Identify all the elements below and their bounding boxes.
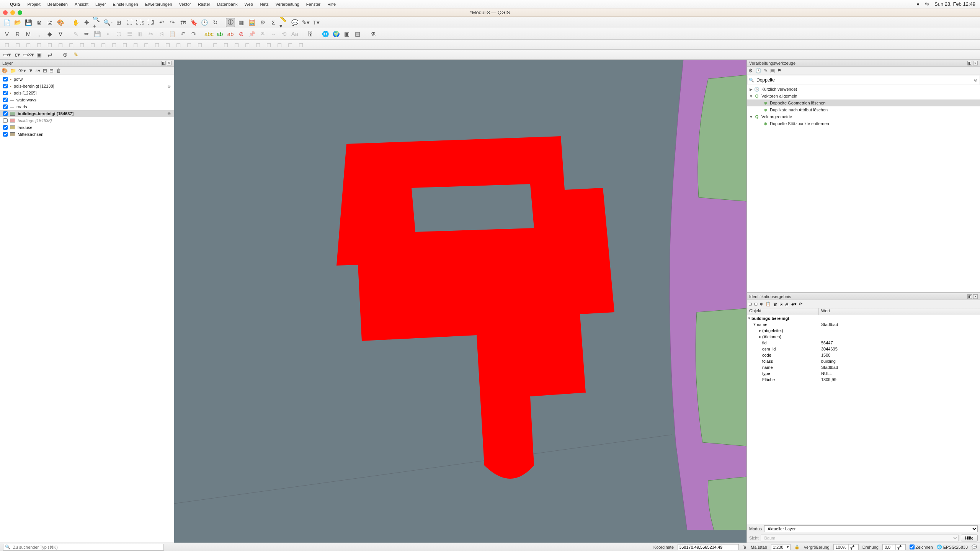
identify-undock-icon[interactable]: ◧ xyxy=(967,294,972,299)
dig-12-icon[interactable]: ◻ xyxy=(120,40,129,49)
menu-ansicht[interactable]: Ansicht xyxy=(75,2,88,7)
dig-26-icon[interactable]: ◻ xyxy=(275,40,284,49)
text-annotation-icon[interactable]: T▾ xyxy=(312,18,321,27)
layer-visibility-checkbox[interactable] xyxy=(3,111,8,116)
expand-all-icon[interactable]: ⊞ xyxy=(43,68,47,73)
invert-selection-icon[interactable]: ⇄ xyxy=(45,50,54,59)
algorithm-item[interactable]: ⊕Doppelte Geometrien löschen xyxy=(747,99,980,106)
add-mesh-icon[interactable]: M xyxy=(24,29,33,39)
proc-edit-icon[interactable]: ✎ xyxy=(764,68,768,73)
layer-visibility-checkbox[interactable] xyxy=(3,77,8,82)
rot-spinner[interactable]: 0,0 °▲▼ xyxy=(882,544,906,550)
plugin-a-icon[interactable]: ✎ xyxy=(71,50,80,59)
expander-icon[interactable]: ▼ xyxy=(748,94,754,98)
new-map-view-icon[interactable]: 🗺 xyxy=(178,18,188,27)
manage-themes-icon[interactable]: 👁▾ xyxy=(18,68,26,73)
copy-features-icon[interactable]: ⎘ xyxy=(157,29,166,39)
alg-group[interactable]: ▼QVektoren allgemein xyxy=(747,93,980,99)
menu-erweiterungen[interactable]: Erweiterungen xyxy=(145,2,172,7)
lock-icon[interactable]: 🔒 xyxy=(794,544,800,549)
dig-2-icon[interactable]: ◻ xyxy=(13,40,22,49)
layer-row[interactable]: buildings-bereinigt [154637]⊜ xyxy=(0,110,174,117)
label-rotate-icon[interactable]: ⟲ xyxy=(279,29,289,39)
locator-input[interactable] xyxy=(12,544,162,550)
cut-features-icon[interactable]: ✂ xyxy=(146,29,155,39)
processing-tree[interactable]: ▶🕓Kürzlich verwendet▼QVektoren allgemein… xyxy=(747,85,980,292)
panel-close-icon[interactable]: × xyxy=(167,61,172,65)
label-toolbar-2-icon[interactable]: ab xyxy=(215,29,224,39)
maptips-icon[interactable]: 💬 xyxy=(290,18,299,27)
proc-model-icon[interactable]: ⚙ xyxy=(748,68,753,73)
mag-spinner[interactable]: 100%▲▼ xyxy=(833,544,859,550)
panel-undock-icon[interactable]: ◧ xyxy=(161,61,166,65)
clear-search-icon[interactable]: ⊗ xyxy=(972,78,979,83)
identify-row[interactable]: osm_id3044695 xyxy=(747,346,980,352)
layer-styling-icon[interactable]: 🎨 xyxy=(2,68,8,73)
refresh-icon[interactable]: ↻ xyxy=(211,18,220,27)
dig-14-icon[interactable]: ◻ xyxy=(142,40,151,49)
layer-visibility-checkbox[interactable] xyxy=(3,91,8,95)
label-pin-icon[interactable]: 📌 xyxy=(247,29,256,39)
zoom-last-icon[interactable]: ↶ xyxy=(157,18,166,27)
id-form-icon[interactable]: 📋 xyxy=(766,302,771,306)
dig-15-icon[interactable]: ◻ xyxy=(152,40,162,49)
id-expand-icon[interactable]: ⊞ xyxy=(748,302,752,306)
current-edits-icon[interactable]: ✎ xyxy=(71,29,80,39)
new-bookmark-icon[interactable]: 🔖 xyxy=(189,18,198,27)
dig-3-icon[interactable]: ◻ xyxy=(24,40,33,49)
id-mode-icon[interactable]: ◈▾ xyxy=(791,302,797,306)
menu-netz[interactable]: Netz xyxy=(260,2,269,7)
dig-18-icon[interactable]: ◻ xyxy=(185,40,194,49)
algorithm-item[interactable]: ⊕Doppelte Stützpunkte entfernen xyxy=(747,120,980,127)
identify-help-button[interactable]: Hilfe xyxy=(961,535,978,541)
menu-raster[interactable]: Raster xyxy=(198,2,210,7)
label-change-icon[interactable]: Aa xyxy=(290,29,299,39)
dig-23-icon[interactable]: ◻ xyxy=(243,40,252,49)
window-close-icon[interactable] xyxy=(3,10,8,15)
label-move-icon[interactable]: ↔ xyxy=(269,29,278,39)
vertex-tool-icon[interactable]: ⬡ xyxy=(114,29,123,39)
filter-indicator-icon[interactable]: ⊜ xyxy=(167,84,171,89)
extents-icon[interactable]: 🖱 xyxy=(743,545,747,549)
crs-button[interactable]: 🌐 EPSG:25833 xyxy=(937,544,968,549)
new-project-icon[interactable]: 📄 xyxy=(2,18,11,27)
identify-close-icon[interactable]: × xyxy=(973,294,978,299)
identify-row[interactable]: typeNULL xyxy=(747,370,980,377)
coord-input[interactable] xyxy=(678,544,739,550)
layer-visibility-checkbox[interactable] xyxy=(3,104,8,109)
open-project-icon[interactable]: 📂 xyxy=(13,18,22,27)
osm-download-icon[interactable]: 🌍 xyxy=(332,29,341,39)
dig-7-icon[interactable]: ◻ xyxy=(67,40,76,49)
control-center-icon[interactable]: ⇆ xyxy=(925,1,929,7)
layer-visibility-checkbox[interactable] xyxy=(3,98,8,102)
window-minimize-icon[interactable] xyxy=(10,10,15,15)
metasearch-icon[interactable]: 🌐 xyxy=(321,29,330,39)
identify-mode-select[interactable]: Aktueller Layer xyxy=(764,525,978,532)
delete-selected-icon[interactable]: 🗑 xyxy=(136,29,145,39)
statistics-icon[interactable]: Σ xyxy=(269,18,278,27)
menu-web[interactable]: Web xyxy=(244,2,253,7)
identify-row[interactable]: Fläche1809,99 xyxy=(747,377,980,383)
identify-icon[interactable]: ⓘ xyxy=(226,18,235,27)
dig-11-icon[interactable]: ◻ xyxy=(109,40,119,49)
expander-icon[interactable]: ▼ xyxy=(747,316,751,320)
layer-tree[interactable]: •pofw•pois-bereinigt [12138]⊜•pois [1226… xyxy=(0,75,174,543)
menu-hilfe[interactable]: Hilfe xyxy=(327,2,336,7)
annotation-icon[interactable]: ✎▾ xyxy=(301,18,310,27)
processing-undock-icon[interactable]: ◧ xyxy=(967,61,972,65)
add-feature-icon[interactable]: • xyxy=(103,29,113,39)
processing-close-icon[interactable]: × xyxy=(973,61,978,65)
open-attribute-table-icon[interactable]: ▦ xyxy=(237,18,246,27)
layer-row[interactable]: buildings [154638] xyxy=(0,117,174,124)
menu-fenster[interactable]: Fenster xyxy=(306,2,320,7)
toggle-editing-icon[interactable]: ✏ xyxy=(82,29,91,39)
zoom-out-icon[interactable]: 🔍- xyxy=(103,18,113,27)
label-toolbar-1-icon[interactable]: abc xyxy=(204,29,214,39)
identify-tree[interactable]: ▼buildings-bereinigt▼nameStadtbad▶(abgel… xyxy=(747,315,980,524)
redo-icon[interactable]: ↷ xyxy=(189,29,198,39)
zoom-layer-icon[interactable]: ⛶l xyxy=(146,18,155,27)
select-by-expr-icon[interactable]: ε▾ xyxy=(13,50,22,59)
zoom-next-icon[interactable]: ↷ xyxy=(168,18,177,27)
expression-filter-icon[interactable]: ε▾ xyxy=(36,68,41,73)
render-checkbox[interactable]: Zeichnen xyxy=(910,544,933,549)
